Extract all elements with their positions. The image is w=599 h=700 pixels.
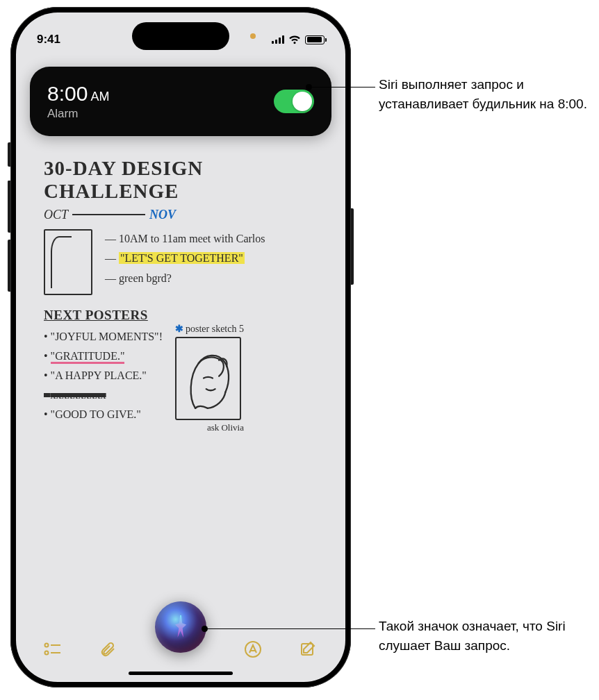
alarm-time: 8:00 [47, 82, 88, 106]
note-timeline: OCT NOV [44, 208, 325, 222]
alarm-toggle[interactable] [274, 90, 314, 113]
alarm-info: 8:00 AM Alarm [47, 82, 109, 121]
sketch-label: ✱poster sketch 5 [175, 323, 244, 335]
callout-line-top [309, 87, 375, 88]
bullet-item: "LET'S GET TOGETHER" [105, 249, 265, 269]
cellular-signal-icon [272, 35, 284, 44]
poster-item: "JOYFUL MOMENTS"! [44, 327, 163, 347]
siri-alarm-card[interactable]: 8:00 AM Alarm [30, 67, 331, 136]
checklist-icon[interactable] [44, 642, 62, 661]
poster-item: "A HAPPY PLACE." [44, 366, 163, 385]
status-icons [272, 35, 325, 44]
posters-list: "JOYFUL MOMENTS"! "GRATITUDE." "A HAPPY … [44, 327, 163, 424]
battery-icon [305, 35, 325, 44]
poster-item: "GOOD TO GIVE." [44, 405, 163, 424]
volume-up-button[interactable] [8, 184, 10, 233]
wifi-icon [288, 35, 301, 44]
poster-item: xxxxxxxxxx [44, 385, 163, 405]
posters-header: NEXT POSTERS [44, 308, 325, 323]
home-indicator[interactable] [129, 672, 233, 675]
sketch-thumbnail-1 [44, 229, 92, 295]
dynamic-island [132, 22, 229, 50]
month-end: NOV [149, 208, 176, 222]
power-button[interactable] [351, 208, 354, 285]
bullet-item: 10AM to 11am meet with Carlos [105, 229, 265, 249]
svg-point-0 [45, 644, 49, 647]
note-title: 30-DAY DESIGN CHALLENGE [44, 157, 325, 203]
sketch-right-group: ✱poster sketch 5 [175, 323, 244, 433]
alarm-label: Alarm [47, 107, 109, 121]
volume-down-button[interactable] [8, 243, 10, 292]
note-bullets: 10AM to 11am meet with Carlos "LET'S GET… [105, 229, 265, 289]
callout-bottom: Такой значок означает, что Siri слушает … [379, 617, 587, 655]
callout-line-bottom [205, 628, 375, 629]
poster-item: "GRATITUDE." [44, 347, 163, 366]
iphone-frame: 9:41 8:00 AM Alarm [10, 7, 351, 688]
siri-orb-icon[interactable] [155, 601, 206, 653]
ask-olivia-note: ask Olivia [175, 422, 244, 433]
toggle-knob [293, 92, 312, 111]
month-start: OCT [44, 208, 68, 222]
attachment-icon[interactable] [100, 641, 117, 662]
svg-point-2 [45, 651, 49, 655]
note-canvas[interactable]: 30-DAY DESIGN CHALLENGE OCT NOV 10AM to … [44, 157, 325, 606]
timeline-line [72, 214, 145, 215]
sketch-thumbnail-2 [175, 337, 241, 420]
status-time: 9:41 [37, 33, 60, 47]
markup-icon[interactable] [244, 640, 262, 662]
phone-screen: 9:41 8:00 AM Alarm [16, 12, 345, 682]
callout-top: Siri выполняет запрос и устанавливает бу… [379, 75, 587, 113]
alarm-ampm: AM [90, 90, 109, 104]
compose-icon[interactable] [300, 640, 318, 662]
bullet-item: green bgrd? [105, 269, 265, 289]
